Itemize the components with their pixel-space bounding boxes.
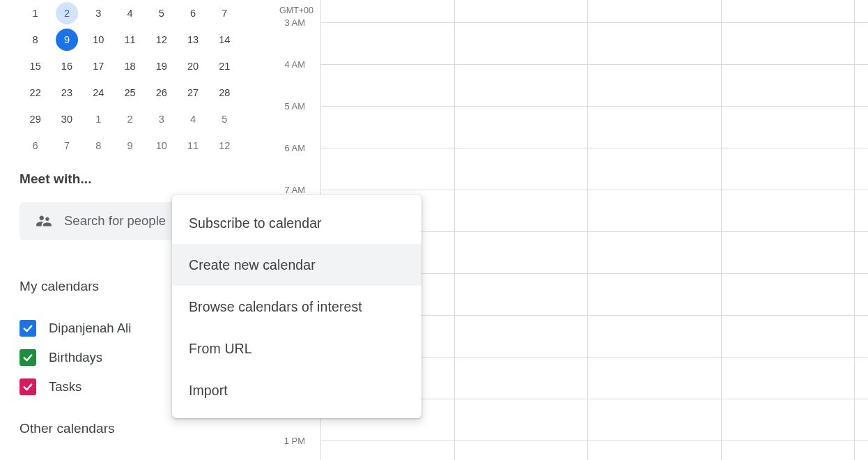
mini-calendar-day[interactable]: 8 <box>20 26 51 53</box>
hour-label: 1 PM <box>284 436 305 446</box>
other-calendars-list: Holidays in India <box>20 454 251 460</box>
mini-calendar-day[interactable]: 18 <box>114 53 146 79</box>
mini-calendar-day[interactable]: 5 <box>146 0 177 26</box>
calendar-label: Birthdays <box>49 350 102 365</box>
mini-calendar-day[interactable]: 15 <box>20 53 51 79</box>
mini-calendar-day[interactable]: 20 <box>177 53 208 79</box>
mini-calendar-day[interactable]: 5 <box>209 106 240 132</box>
context-menu-item[interactable]: Subscribe to calendar <box>172 202 421 244</box>
mini-calendar-day[interactable]: 9 <box>51 26 82 53</box>
mini-calendar-day[interactable]: 27 <box>177 79 208 106</box>
mini-calendar-day[interactable]: 12 <box>209 132 240 159</box>
calendar-checkbox[interactable] <box>20 378 36 395</box>
mini-calendar-day[interactable]: 4 <box>114 0 146 26</box>
grid-horizontal-line <box>320 190 868 190</box>
mini-calendar-day[interactable]: 10 <box>83 26 114 53</box>
context-menu-item[interactable]: Browse calendars of interest <box>172 286 421 328</box>
add-calendar-context-menu: Subscribe to calendarCreate new calendar… <box>172 195 421 418</box>
grid-horizontal-line <box>320 440 868 441</box>
mini-calendar[interactable]: 1234567891011121314151617181920212223242… <box>20 0 240 159</box>
mini-calendar-day[interactable]: 29 <box>20 106 51 132</box>
context-menu-item[interactable]: Import <box>172 369 421 411</box>
hour-label: 6 AM <box>284 143 305 153</box>
mini-calendar-day[interactable]: 9 <box>114 132 146 159</box>
mini-calendar-day[interactable]: 21 <box>209 53 240 79</box>
mini-calendar-day[interactable]: 2 <box>51 0 82 26</box>
mini-calendar-day[interactable]: 17 <box>83 53 114 79</box>
mini-calendar-day[interactable]: 11 <box>114 26 146 53</box>
hour-label: 4 AM <box>284 59 305 70</box>
mini-calendar-day[interactable]: 24 <box>83 79 114 106</box>
context-menu-item[interactable]: Create new calendar <box>172 244 421 286</box>
mini-calendar-day[interactable]: 11 <box>177 132 208 159</box>
mini-calendar-day[interactable]: 22 <box>20 79 51 106</box>
mini-calendar-day[interactable]: 7 <box>209 0 240 26</box>
mini-calendar-day[interactable]: 16 <box>51 53 82 79</box>
calendar-label: Dipanjenah Ali <box>49 321 131 336</box>
mini-calendar-day[interactable]: 1 <box>83 106 114 132</box>
calendar-list-item[interactable]: Holidays in India <box>20 454 251 460</box>
mini-calendar-day[interactable]: 6 <box>177 0 208 26</box>
mini-calendar-day[interactable]: 13 <box>177 26 208 53</box>
grid-horizontal-line <box>320 64 868 65</box>
people-icon <box>35 212 53 230</box>
mini-calendar-day[interactable]: 1 <box>20 0 51 26</box>
mini-calendar-day[interactable]: 6 <box>20 132 51 159</box>
grid-vertical-line <box>721 0 722 460</box>
mini-calendar-day[interactable]: 30 <box>51 106 82 132</box>
mini-calendar-day[interactable]: 19 <box>146 53 177 79</box>
grid-horizontal-line <box>320 148 868 148</box>
mini-calendar-day[interactable]: 8 <box>83 132 114 159</box>
grid-horizontal-line <box>320 22 868 23</box>
mini-calendar-day[interactable]: 3 <box>83 0 114 26</box>
other-calendars-heading: Other calendars <box>20 421 251 436</box>
mini-calendar-day[interactable]: 28 <box>209 79 240 106</box>
hour-label: 5 AM <box>284 101 305 112</box>
mini-calendar-day[interactable]: 2 <box>114 106 146 132</box>
mini-calendar-day[interactable]: 26 <box>146 79 177 106</box>
grid-vertical-line <box>454 0 455 460</box>
grid-vertical-line <box>587 0 588 460</box>
grid-vertical-line <box>854 0 855 460</box>
calendar-label: Tasks <box>49 379 82 394</box>
mini-calendar-day[interactable]: 23 <box>51 79 82 106</box>
meet-with-heading: Meet with... <box>20 171 251 187</box>
calendar-checkbox[interactable] <box>20 320 36 337</box>
calendar-checkbox[interactable] <box>20 349 36 366</box>
mini-calendar-day[interactable]: 12 <box>146 26 177 53</box>
mini-calendar-day[interactable]: 14 <box>209 26 240 53</box>
mini-calendar-day[interactable]: 4 <box>177 106 208 132</box>
hour-label: 3 AM <box>284 17 305 28</box>
timezone-label: GMT+00 <box>279 6 313 15</box>
grid-horizontal-line <box>320 106 868 107</box>
mini-calendar-day[interactable]: 25 <box>114 79 146 106</box>
mini-calendar-day[interactable]: 7 <box>51 132 82 159</box>
context-menu-item[interactable]: From URL <box>172 328 421 369</box>
mini-calendar-day[interactable]: 3 <box>146 106 177 132</box>
mini-calendar-day[interactable]: 10 <box>146 132 177 159</box>
hour-label: 7 AM <box>284 185 305 195</box>
